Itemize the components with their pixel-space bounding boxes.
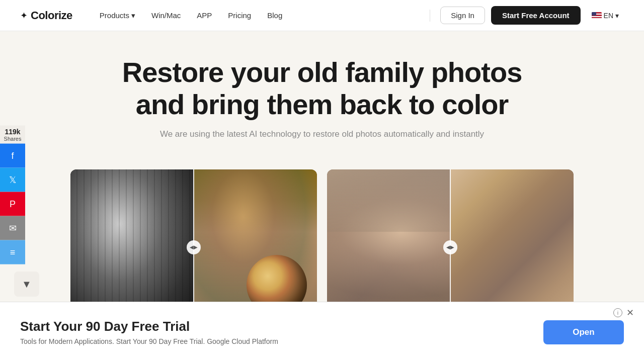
share-count-label: Shares	[0, 136, 25, 142]
chevron-down-icon: ▼	[22, 279, 32, 290]
twitter-share-button[interactable]: 𝕏	[0, 168, 25, 192]
ad-title: Start Your 90 Day Free Trial	[20, 319, 533, 334]
lang-chevron-icon: ▾	[615, 12, 619, 20]
children-split-handle[interactable]: ◀▶	[443, 240, 457, 254]
nav-right: Sign In Start Free Account EN ▾	[426, 6, 624, 25]
ad-cta-button[interactable]: Open	[543, 320, 624, 344]
share-count-number: 119k	[0, 128, 25, 136]
scroll-down-button[interactable]: ▼	[14, 272, 39, 297]
nav-pricing[interactable]: Pricing	[221, 7, 258, 24]
email-share-button[interactable]: ✉	[0, 216, 25, 240]
logo[interactable]: ✦ Colorize	[20, 9, 72, 22]
ad-text-area: Start Your 90 Day Free Trial Tools for M…	[20, 319, 533, 345]
ad-close-button[interactable]: ✕	[626, 308, 634, 317]
navbar: ✦ Colorize Products ▾ Win/Mac APP Pricin…	[0, 0, 644, 31]
social-sidebar: 119k Shares f 𝕏 P ✉ ≡	[0, 126, 25, 264]
nav-blog[interactable]: Blog	[260, 7, 289, 24]
logo-star-icon: ✦	[20, 10, 28, 21]
share-count: 119k Shares	[0, 126, 25, 144]
ad-info-icon[interactable]: i	[613, 308, 622, 317]
nav-winmac[interactable]: Win/Mac	[144, 7, 188, 24]
lang-label: EN	[604, 12, 613, 20]
logo-text: Colorize	[31, 9, 72, 22]
split-handle[interactable]: ◀▶	[187, 240, 201, 254]
ad-close-area: i ✕	[613, 308, 634, 317]
flag-icon	[592, 12, 602, 19]
hero-subtitle: We are using the latest AI technology to…	[10, 129, 634, 139]
facebook-share-button[interactable]: f	[0, 144, 25, 168]
signin-button[interactable]: Sign In	[440, 7, 485, 24]
nav-links: Products ▾ Win/Mac APP Pricing Blog	[93, 7, 426, 24]
language-selector[interactable]: EN ▾	[587, 9, 624, 23]
signup-button[interactable]: Start Free Account	[491, 6, 581, 25]
ad-subtitle: Tools for Modern Applications. Start You…	[20, 337, 533, 345]
nav-divider	[430, 10, 430, 22]
nav-products[interactable]: Products ▾	[93, 7, 142, 24]
hero-section: Restore your old family photos and bring…	[0, 31, 644, 169]
nav-app[interactable]: APP	[190, 7, 219, 24]
ad-banner: i ✕ Start Your 90 Day Free Trial Tools f…	[0, 302, 644, 362]
chevron-down-icon: ▾	[131, 11, 135, 20]
pinterest-share-button[interactable]: P	[0, 192, 25, 216]
more-share-button[interactable]: ≡	[0, 240, 25, 264]
hero-title: Restore your old family photos and bring…	[121, 56, 523, 121]
